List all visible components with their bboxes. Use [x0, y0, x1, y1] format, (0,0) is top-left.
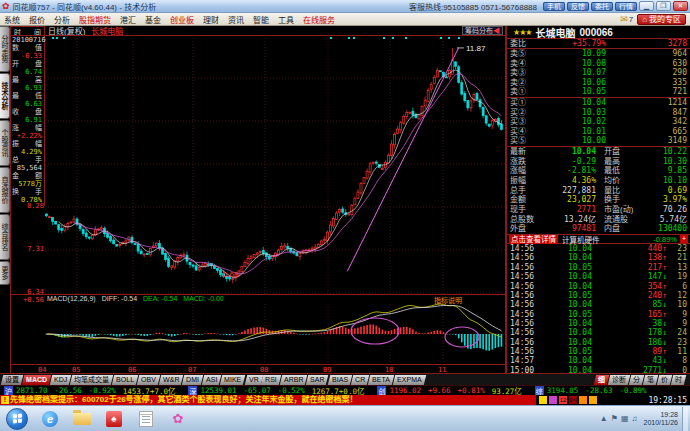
indicator-tab-MIKE[interactable]: MIKE — [220, 375, 246, 385]
cursor-value-4: 6.63 — [12, 100, 42, 108]
index-group-4[interactable]: 综3194.05-28.63-0.89% — [535, 386, 654, 396]
indicator-tab-BOLL[interactable]: BOLL — [112, 375, 138, 385]
bid-row-4: 买④10.01665 — [507, 127, 690, 137]
chip-distribution-toggle[interactable]: 筹码分布◀ — [462, 26, 503, 35]
indicator-tab-ASI[interactable]: ASI — [202, 375, 222, 385]
menu-item-11[interactable]: 工具 — [278, 14, 294, 25]
taskbar-browser-icon[interactable]: e — [37, 409, 63, 429]
candlestick-chart[interactable]: 11.87-6.63 — [45, 35, 506, 295]
taskbar-folder-icon[interactable] — [69, 409, 95, 429]
sector-alert-icon[interactable]: + — [680, 235, 688, 243]
mail-icon[interactable]: ✉ — [620, 14, 628, 24]
indicator-tab-EXPMA[interactable]: EXPMA — [392, 375, 425, 385]
indicator-tab-ARBR[interactable]: ARBR — [280, 375, 308, 385]
menu-item-4[interactable]: 股指期货 — [79, 14, 111, 25]
stock-name: 长城电脑 — [536, 25, 576, 40]
left-tab-4[interactable]: 自选报价 — [0, 167, 10, 213]
index-tag-2: 深 — [188, 386, 197, 396]
menu-item-3[interactable]: 分析 — [54, 14, 70, 25]
maximize-button[interactable]: ❐ — [656, 1, 671, 11]
tick-row-5: 14:5610.04354↑6 — [507, 282, 690, 291]
countdown-icon[interactable]: 0:00 — [569, 396, 577, 404]
sector-name[interactable]: 计算机硬件 — [562, 234, 600, 245]
indicator-tab-RSI[interactable]: RSI — [261, 375, 281, 385]
market-index-bar: 沪2871.70-26.56-0.92%1453.7+7.0亿深12539.01… — [0, 385, 690, 395]
quick-button-3[interactable]: 委托 — [591, 2, 613, 11]
menu-item-5[interactable]: 港汇 — [120, 14, 136, 25]
quick-button-1[interactable]: 手机 — [543, 2, 565, 11]
frame-macd-split — [10, 294, 506, 295]
menu-item-1[interactable]: 系统 — [4, 14, 20, 25]
tick-row-2: 14:5610.04138↑21 — [507, 253, 690, 262]
indicator-tab-WR[interactable]: W&R — [159, 375, 184, 385]
right-tab-1[interactable]: 细 — [594, 375, 609, 385]
right-tab-3[interactable]: 分 — [629, 375, 644, 385]
news-ticker[interactable]: ! 先锋绝密档案提示：600702于26号涨停，其它酒类个股表现良好；关注年末金… — [0, 395, 536, 405]
left-tab-3[interactable]: 个股资讯 — [0, 120, 10, 166]
show-desktop-button[interactable] — [682, 407, 688, 431]
taskbar-clock[interactable]: 19:28 2010/11/26 — [643, 411, 678, 427]
indicator-tab-VR[interactable]: VR — [244, 375, 262, 385]
indicator-tab-KDJ[interactable]: KDJ — [50, 375, 72, 385]
left-tab-5[interactable]: 综合排名 — [0, 214, 10, 260]
quick-button-4[interactable]: 行情 — [615, 2, 637, 11]
indicator-tab-[interactable]: 设置 — [1, 375, 23, 385]
tray-icon-3[interactable]: ▦ — [621, 414, 629, 423]
right-tab-2[interactable]: 诊断 — [608, 375, 630, 385]
indicator-tab-OBV[interactable]: OBV — [137, 375, 160, 385]
level2-icon[interactable]: 12 — [559, 396, 567, 404]
warn-icon[interactable] — [579, 396, 587, 404]
chart-header: 时间 日线(复权) 长城电脑 筹码分布◀ — [10, 26, 506, 35]
index-tag-1: 沪 — [4, 386, 13, 396]
indicator-tab-MACD[interactable]: MACD — [22, 375, 51, 385]
minimize-button[interactable]: ▁ — [639, 1, 654, 11]
ask-row-4: 卖②10.06335 — [507, 78, 690, 88]
my-zone-button[interactable]: ⌂我的专区 — [637, 14, 686, 25]
ask-row-3: 卖③10.07290 — [507, 68, 690, 78]
indicator-tab-DMI[interactable]: DMI — [182, 375, 203, 385]
tray-icon-2[interactable]: ⚑ — [611, 414, 618, 423]
menu-item-7[interactable]: 创业板 — [170, 14, 194, 25]
sector-detail-button[interactable]: 点击查看详情 — [509, 235, 558, 244]
macd-scale-top: +0.56 — [12, 296, 44, 304]
menu-item-9[interactable]: 资讯 — [228, 14, 244, 25]
close-button[interactable]: ✕ — [673, 1, 688, 11]
info-row-3: 涨幅-2.81%最低9.85 — [507, 166, 690, 176]
ask-row-2: 卖④10.08630 — [507, 59, 690, 69]
taskbar-flower-icon[interactable]: ✿ — [165, 409, 191, 429]
alert-icon[interactable] — [539, 396, 547, 404]
taskbar-notepad-icon[interactable] — [133, 409, 159, 429]
menu-item-10[interactable]: 智能 — [253, 14, 269, 25]
index-tag-4: 综 — [535, 386, 544, 396]
indicator-tab-BETA[interactable]: BETA — [368, 375, 394, 385]
quote-info-grid: 最新10.04开盘10.22涨跌-0.29最高10.30涨幅-2.81%最低9.… — [507, 147, 690, 234]
menu-item-8[interactable]: 理财 — [203, 14, 219, 25]
mail-count: 7 — [629, 15, 633, 24]
window-title: 同花顺757 - 同花顺(v4.60.44) - 技术分析 — [13, 1, 157, 12]
taskbar-cardgame-icon[interactable]: ♠ — [101, 409, 127, 429]
weibi-row: 委比 +35.79% 3278 — [507, 39, 690, 49]
fund-icon[interactable] — [589, 396, 597, 404]
right-tab-4[interactable]: 笔 — [643, 375, 658, 385]
tray-icon-1[interactable]: ▲ — [600, 414, 608, 423]
menu-item-6[interactable]: 基金 — [145, 14, 161, 25]
indicator-tab-SAR[interactable]: SAR — [306, 375, 329, 385]
start-button[interactable] — [6, 408, 28, 430]
quick-button-2[interactable]: 反馈 — [567, 2, 589, 11]
indicator-tab-CR[interactable]: CR — [351, 375, 370, 385]
indicator-tab-BIAS[interactable]: BIAS — [328, 375, 352, 385]
right-tab-5[interactable]: 价 — [657, 375, 672, 385]
left-tab-1[interactable]: 分时走势 — [0, 26, 10, 72]
msg-icon[interactable] — [549, 396, 557, 404]
macd-chart[interactable] — [45, 295, 506, 365]
bottom-tab-bar: 设置MACDKDJ均笔成交量BOLLOBVW&RDMIASIMIKEVRRSIA… — [0, 373, 690, 385]
tray-icon-4[interactable]: ♫ — [631, 414, 637, 423]
right-tab-6[interactable]: 时 — [671, 375, 686, 385]
news-ticker-bar: ! 先锋绝密档案提示：600702于26号涨停，其它酒类个股表现良好；关注年末金… — [0, 395, 690, 405]
left-tab-6[interactable]: 更多 — [0, 261, 10, 285]
menu-item-2[interactable]: 报价 — [29, 14, 45, 25]
indicator-tab-[interactable]: 均笔成交量 — [70, 375, 113, 385]
left-tab-2[interactable]: 技术分析 — [0, 73, 10, 119]
menu-item-12[interactable]: 在线服务 — [303, 14, 335, 25]
tick-row-1: 14:5610.04440↑23 — [507, 244, 690, 253]
